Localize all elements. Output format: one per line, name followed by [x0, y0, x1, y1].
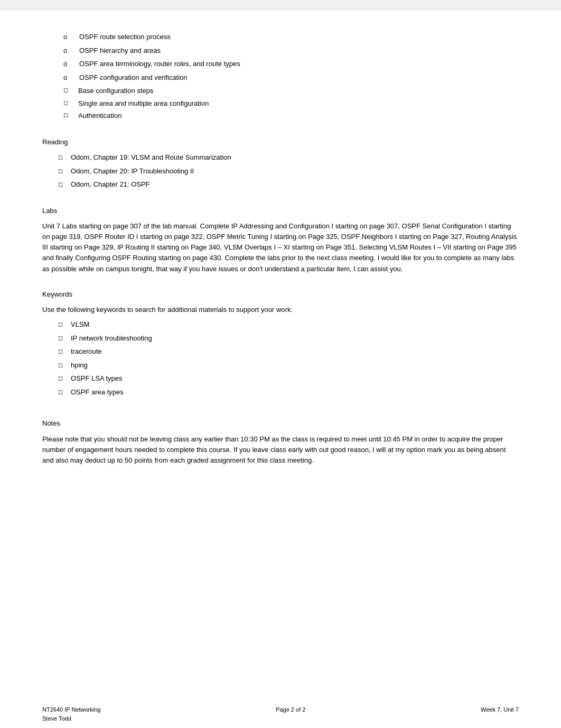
list-item: ◻ Odom, Chapter 21: OSPF [58, 179, 519, 190]
sub-bullet-char: ◻ [63, 110, 78, 119]
footer-instructor: Steve Todd [42, 714, 100, 723]
footer: NT2640 IP Networking Steve Todd Page 2 o… [42, 705, 519, 723]
keywords-intro: Use the following keywords to search for… [42, 305, 519, 315]
bullet-char: o [63, 72, 79, 83]
list-item-text: OSPF area terminology, router roles, and… [79, 59, 240, 69]
reading-list: ◻ Odom, Chapter 19: VLSM and Route Summa… [42, 152, 519, 190]
footer-left: NT2640 IP Networking Steve Todd [42, 705, 100, 723]
list-item-text: OSPF LSA types [71, 373, 123, 384]
keywords-title: Keywords [42, 289, 519, 300]
labs-text: Unit 7 Labs starting on page 307 of the … [42, 221, 519, 274]
list-item: ◻ OSPF area types [58, 387, 519, 398]
list-item-text: IP network troubleshooting [71, 333, 152, 344]
notes-title: Notes [42, 418, 519, 429]
list-item: ◻ Base configuration steps [42, 86, 519, 96]
sub-bullet-char: ◻ [63, 98, 78, 107]
bullet-char: ◻ [58, 167, 71, 176]
footer-week: Week 7, Unit 7 [481, 705, 519, 723]
bullet-char: o [63, 59, 79, 69]
bullet-char: ◻ [58, 347, 71, 356]
list-item: ◻ Odom, Chapter 20: IP Troubleshooting I… [58, 166, 519, 177]
sub-bullet-char: ◻ [63, 86, 78, 95]
list-item-text: Base configuration steps [78, 86, 153, 96]
list-item-text: Odom, Chapter 19: VLSM and Route Summari… [71, 152, 231, 163]
bullet-char: ◻ [58, 388, 71, 397]
ospf-top-section: o OSPF route selection process o OSPF hi… [42, 32, 519, 121]
list-item: o OSPF configuration and verification [42, 72, 519, 83]
list-item-text: Single area and multiple area configurat… [78, 98, 209, 109]
bullet-char: ◻ [58, 320, 71, 329]
ospf-sub-list: ◻ Base configuration steps ◻ Single area… [42, 86, 519, 121]
notes-section: Notes Please note that you should not be… [42, 418, 519, 466]
list-item: ◻ IP network troubleshooting [58, 333, 519, 344]
footer-course: NT2640 IP Networking [42, 705, 100, 714]
list-item-text: OSPF configuration and verification [79, 72, 188, 83]
list-item: ◻ VLSM [58, 319, 519, 330]
bullet-char: ◻ [58, 361, 71, 370]
notes-text: Please note that you should not be leavi… [42, 434, 519, 466]
list-item: ◻ hping [58, 360, 519, 371]
bullet-char: o [63, 32, 79, 42]
list-item-text: hping [71, 360, 88, 371]
list-item-text: Authentication [78, 110, 121, 121]
bullet-char: ◻ [58, 180, 71, 189]
list-item: ◻ Authentication [42, 110, 519, 121]
list-item-text: traceroute [71, 346, 102, 357]
ospf-main-list: o OSPF route selection process o OSPF hi… [42, 32, 519, 82]
keywords-section: Keywords Use the following keywords to s… [42, 289, 519, 398]
reading-title: Reading [42, 137, 519, 148]
page: o OSPF route selection process o OSPF hi… [0, 11, 561, 728]
list-item-text: OSPF hierarchy and areas [79, 45, 161, 56]
list-item-text: OSPF route selection process [79, 32, 171, 42]
labs-title: Labs [42, 206, 519, 216]
list-item: ◻ OSPF LSA types [58, 373, 519, 384]
keywords-list: ◻ VLSM ◻ IP network troubleshooting ◻ tr… [42, 319, 519, 397]
bullet-char: ◻ [58, 334, 71, 343]
list-item: ◻ Odom, Chapter 19: VLSM and Route Summa… [58, 152, 519, 163]
list-item: ◻ Single area and multiple area configur… [42, 98, 519, 109]
list-item-text: OSPF area types [71, 387, 124, 398]
bullet-char: o [63, 45, 79, 56]
list-item-text: Odom, Chapter 20: IP Troubleshooting II [71, 166, 194, 177]
bullet-char: ◻ [58, 153, 71, 162]
list-item: o OSPF route selection process [42, 32, 519, 42]
list-item: o OSPF hierarchy and areas [42, 45, 519, 56]
list-item: ◻ traceroute [58, 346, 519, 357]
list-item: o OSPF area terminology, router roles, a… [42, 59, 519, 69]
labs-section: Labs Unit 7 Labs starting on page 307 of… [42, 206, 519, 274]
bullet-char: ◻ [58, 374, 71, 383]
footer-page: Page 2 of 2 [276, 705, 305, 723]
reading-section: Reading ◻ Odom, Chapter 19: VLSM and Rou… [42, 137, 519, 190]
list-item-text: Odom, Chapter 21: OSPF [71, 179, 150, 190]
list-item-text: VLSM [71, 319, 89, 330]
